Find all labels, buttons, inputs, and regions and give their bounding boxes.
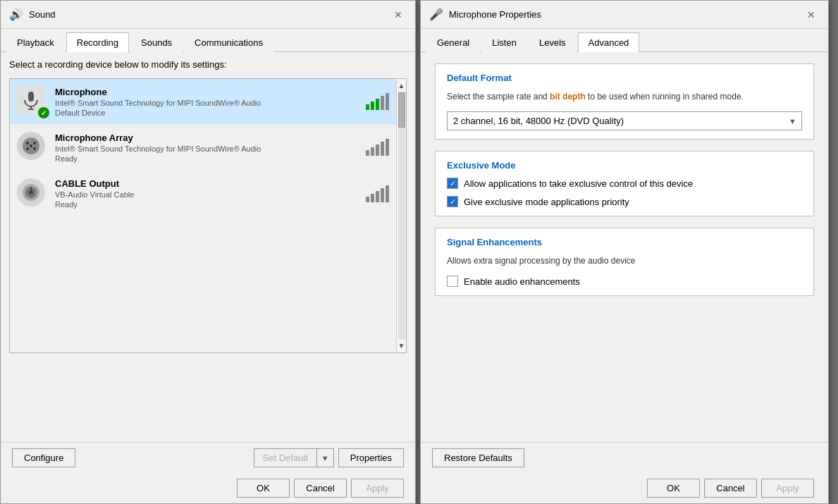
scroll-up-arrow[interactable]: ▲ — [397, 80, 407, 91]
svg-point-4 — [26, 142, 29, 145]
cable-signal-bars — [366, 185, 389, 202]
sample-rate-dropdown[interactable]: 2 channel, 16 bit, 48000 Hz (DVD Quality… — [447, 111, 802, 130]
sound-window: 🔊 Sound ✕ Playback Recording Sounds Comm… — [0, 0, 416, 504]
default-device-badge: ✓ — [38, 107, 49, 118]
mic-content: Default Format Select the sample rate an… — [421, 52, 828, 442]
cable-output-status: Ready — [55, 200, 362, 209]
sound-close-button[interactable]: ✕ — [390, 6, 407, 23]
set-default-dropdown-arrow[interactable]: ▼ — [316, 448, 334, 467]
microphone-array-icon — [17, 132, 45, 160]
tab-recording[interactable]: Recording — [66, 32, 129, 52]
default-format-highlight: bit depth — [550, 92, 586, 102]
default-format-desc: Select the sample rate and bit depth to … — [447, 90, 802, 103]
device-item-microphone[interactable]: ✓ Microphone Intel® Smart Sound Technolo… — [10, 79, 396, 125]
default-format-section: Default Format Select the sample rate an… — [435, 63, 814, 140]
mic-close-button[interactable]: ✕ — [803, 6, 820, 23]
sound-window-title: Sound — [29, 9, 390, 20]
enable-enhancements-row[interactable]: Enable audio enhancements — [447, 276, 802, 287]
scroll-down-arrow[interactable]: ▼ — [397, 340, 407, 351]
scroll-track[interactable] — [398, 92, 405, 339]
sound-footer-ok: OK Cancel Apply — [1, 473, 415, 503]
microphone-array-name: Microphone Array — [55, 133, 362, 143]
tab-advanced[interactable]: Advanced — [578, 32, 640, 52]
restore-defaults-button[interactable]: Restore Defaults — [432, 448, 524, 467]
bar5 — [386, 139, 389, 156]
tab-playback[interactable]: Playback — [6, 32, 65, 52]
exclusive-control-row[interactable]: ✓ Allow applications to take exclusive c… — [447, 178, 802, 189]
microphone-info: Microphone Intel® Smart Sound Technology… — [55, 87, 362, 117]
sample-rate-dropdown-wrap[interactable]: 2 channel, 16 bit, 48000 Hz (DVD Quality… — [447, 111, 802, 130]
exclusive-priority-check-mark: ✓ — [450, 197, 456, 207]
device-list-container: ✓ Microphone Intel® Smart Sound Technolo… — [9, 78, 407, 353]
sound-apply-button[interactable]: Apply — [351, 479, 404, 498]
device-item-cable-output[interactable]: CABLE Output VB-Audio Virtual Cable Read… — [10, 171, 396, 216]
tab-communications[interactable]: Communications — [184, 32, 273, 52]
sound-tabs: Playback Recording Sounds Communications — [1, 29, 415, 52]
bar3 — [376, 191, 379, 202]
svg-point-6 — [26, 147, 29, 150]
device-list-scrollbar[interactable]: ▲ ▼ — [396, 79, 406, 352]
tab-levels[interactable]: Levels — [529, 32, 577, 52]
set-default-split: Set Default ▼ — [254, 448, 334, 467]
bar5 — [386, 185, 389, 202]
cable-output-sub: VB-Audio Virtual Cable — [55, 190, 362, 199]
svg-rect-0 — [28, 92, 34, 102]
exclusive-priority-label: Give exclusive mode applications priorit… — [464, 197, 629, 207]
device-item-microphone-array[interactable]: Microphone Array Intel® Smart Sound Tech… — [10, 125, 396, 171]
cable-output-name: CABLE Output — [55, 178, 362, 189]
scroll-thumb[interactable] — [398, 92, 405, 128]
signal-enhancements-title: Signal Enhancements — [447, 237, 802, 247]
microphone-status: Default Device — [55, 109, 362, 117]
mic-cancel-button[interactable]: Cancel — [704, 479, 757, 498]
sound-title-bar: 🔊 Sound ✕ — [1, 1, 415, 29]
cable-output-info: CABLE Output VB-Audio Virtual Cable Read… — [55, 178, 362, 209]
mic-ok-button[interactable]: OK — [647, 479, 700, 498]
microphone-signal-bars — [366, 93, 389, 110]
mic-window-icon: 🎤 — [429, 8, 443, 22]
svg-point-5 — [33, 142, 36, 145]
exclusive-mode-section: Exclusive Mode ✓ Allow applications to t… — [435, 151, 814, 216]
exclusive-control-checkbox[interactable]: ✓ — [447, 178, 458, 189]
mic-array-signal-bars — [366, 139, 389, 156]
bar4 — [381, 188, 384, 202]
cable-icon — [17, 178, 45, 207]
configure-button[interactable]: Configure — [12, 448, 75, 467]
bar2 — [371, 194, 374, 202]
microphone-array-icon-wrap — [17, 132, 48, 163]
tab-sounds[interactable]: Sounds — [130, 32, 183, 52]
bar4 — [381, 142, 384, 156]
default-format-desc-part1: Select the sample rate and — [447, 92, 550, 102]
sound-window-icon: 🔊 — [9, 8, 23, 22]
mic-title-bar: 🎤 Microphone Properties ✕ — [421, 1, 828, 29]
mic-window-title: Microphone Properties — [449, 9, 803, 20]
microphone-sub: Intel® Smart Sound Technology for MIPI S… — [55, 99, 362, 107]
tab-general[interactable]: General — [426, 32, 480, 52]
bar1 — [366, 150, 369, 156]
exclusive-control-label: Allow applications to take exclusive con… — [464, 178, 693, 189]
sound-footer-controls: Configure Set Default ▼ Properties — [1, 442, 415, 473]
microphone-array-status: Ready — [55, 154, 362, 163]
tab-listen[interactable]: Listen — [481, 32, 527, 52]
mic-tabs: General Listen Levels Advanced — [421, 29, 828, 52]
sound-ok-button[interactable]: OK — [237, 479, 290, 498]
default-format-desc-part2: to be used when running in shared mode. — [586, 92, 744, 102]
exclusive-priority-row[interactable]: ✓ Give exclusive mode applications prior… — [447, 196, 802, 207]
cable-icon-wrap — [17, 178, 48, 209]
microphone-icon-wrap: ✓ — [17, 86, 48, 117]
properties-button[interactable]: Properties — [338, 448, 404, 467]
sound-cancel-button[interactable]: Cancel — [294, 479, 347, 498]
enable-enhancements-checkbox[interactable] — [447, 276, 458, 287]
bar4 — [381, 96, 384, 110]
set-default-button[interactable]: Set Default — [254, 448, 316, 467]
mic-properties-window: 🎤 Microphone Properties ✕ General Listen… — [420, 0, 829, 504]
svg-point-8 — [30, 145, 32, 147]
bar3 — [376, 145, 379, 156]
mic-footer-ok: OK Cancel Apply — [421, 473, 828, 503]
mic-apply-button[interactable]: Apply — [761, 479, 814, 498]
microphone-name: Microphone — [55, 87, 362, 97]
svg-point-7 — [33, 147, 36, 150]
sound-description: Select a recording device below to modif… — [9, 59, 407, 70]
bar2 — [371, 147, 374, 156]
svg-point-12 — [29, 190, 33, 195]
exclusive-priority-checkbox[interactable]: ✓ — [447, 196, 458, 207]
